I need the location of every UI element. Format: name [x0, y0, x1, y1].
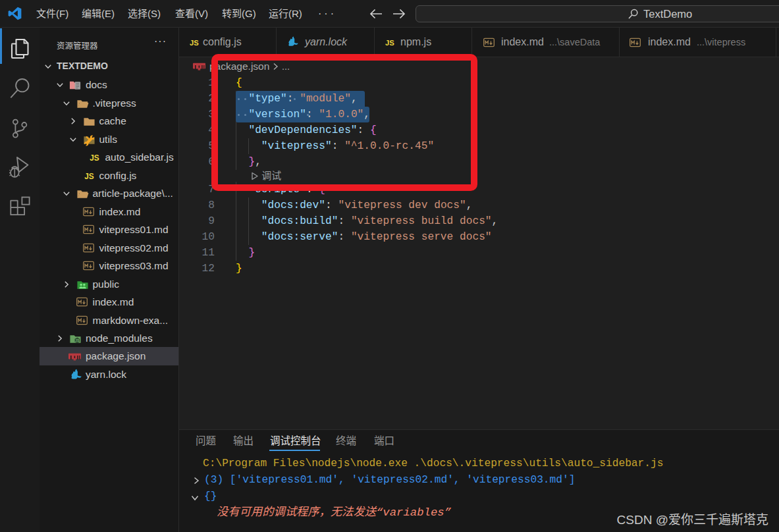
svg-text:JS: JS	[385, 39, 394, 47]
svg-text:JS: JS	[75, 338, 80, 342]
svg-text:JS: JS	[84, 172, 94, 181]
svg-text:JS: JS	[190, 39, 199, 47]
svg-text:JS: JS	[90, 153, 99, 163]
